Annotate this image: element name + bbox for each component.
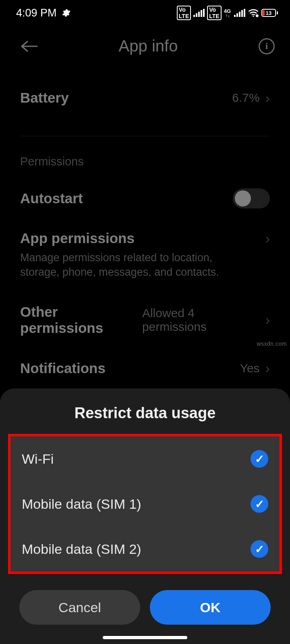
network-label: 4G — [224, 9, 231, 13]
row-subtitle: Manage permissions related to location, … — [20, 250, 230, 280]
row-label: Notifications — [20, 360, 106, 376]
option-label: Mobile data (SIM 1) — [22, 496, 141, 512]
option-label: Mobile data (SIM 2) — [22, 541, 141, 557]
autostart-toggle[interactable] — [233, 188, 270, 208]
chevron-right-icon: › — [265, 360, 270, 376]
row-label: App permissions — [20, 230, 135, 246]
row-label: Autostart — [20, 190, 83, 206]
status-time: 4:09 PM — [16, 7, 57, 19]
option-wifi[interactable]: Wi-Fi ✓ — [10, 436, 280, 481]
row-notifications[interactable]: Notifications Yes› — [20, 348, 270, 388]
row-other-permissions[interactable]: Other permissions Allowed 4 permissions› — [20, 292, 270, 348]
dialog-title: Restrict data usage — [0, 405, 290, 434]
divider — [20, 136, 270, 136]
restrict-data-dialog: Restrict data usage Wi-Fi ✓ Mobile data … — [0, 388, 290, 644]
checkmark-icon[interactable]: ✓ — [251, 450, 268, 468]
battery-icon: 13 — [261, 9, 278, 17]
row-autostart[interactable]: Autostart — [20, 176, 270, 221]
highlighted-options: Wi-Fi ✓ Mobile data (SIM 1) ✓ Mobile dat… — [8, 434, 282, 574]
home-indicator[interactable] — [103, 636, 187, 639]
signal-icon-1 — [193, 9, 205, 17]
section-permissions: Permissions — [20, 149, 270, 176]
gear-icon — [61, 8, 70, 18]
row-value: Allowed 4 permissions — [142, 306, 260, 334]
row-label: Battery — [20, 90, 69, 106]
ok-button[interactable]: OK — [150, 590, 271, 625]
chevron-right-icon: › — [265, 312, 270, 328]
wifi-icon — [248, 8, 259, 17]
row-app-permissions[interactable]: App permissions › Manage permissions rel… — [20, 221, 270, 292]
status-bar: 4:09 PM VoLTE VoLTE 4G↑↓ 13 — [0, 0, 290, 26]
checkmark-icon[interactable]: ✓ — [251, 495, 268, 513]
row-battery[interactable]: Battery 6.7%› — [20, 66, 270, 124]
cancel-button[interactable]: Cancel — [19, 590, 140, 625]
info-icon[interactable]: i — [259, 38, 275, 54]
option-sim1[interactable]: Mobile data (SIM 1) ✓ — [10, 481, 280, 526]
signal-icon-2 — [234, 9, 245, 17]
row-value: 6.7% — [232, 91, 259, 105]
chevron-right-icon: › — [265, 231, 270, 246]
option-label: Wi-Fi — [22, 451, 54, 467]
option-sim2[interactable]: Mobile data (SIM 2) ✓ — [10, 526, 280, 572]
row-value: Yes — [240, 361, 260, 375]
volte-icon-1: VoLTE — [177, 6, 191, 20]
watermark: wsxdn.com — [257, 341, 287, 347]
volte-icon-2: VoLTE — [207, 6, 221, 20]
svg-point-1 — [256, 14, 259, 17]
back-icon[interactable] — [20, 40, 38, 53]
row-label: Other permissions — [20, 304, 142, 336]
page-title: App info — [119, 37, 178, 55]
svg-point-0 — [253, 16, 254, 17]
checkmark-icon[interactable]: ✓ — [251, 540, 268, 558]
chevron-right-icon: › — [265, 90, 270, 106]
